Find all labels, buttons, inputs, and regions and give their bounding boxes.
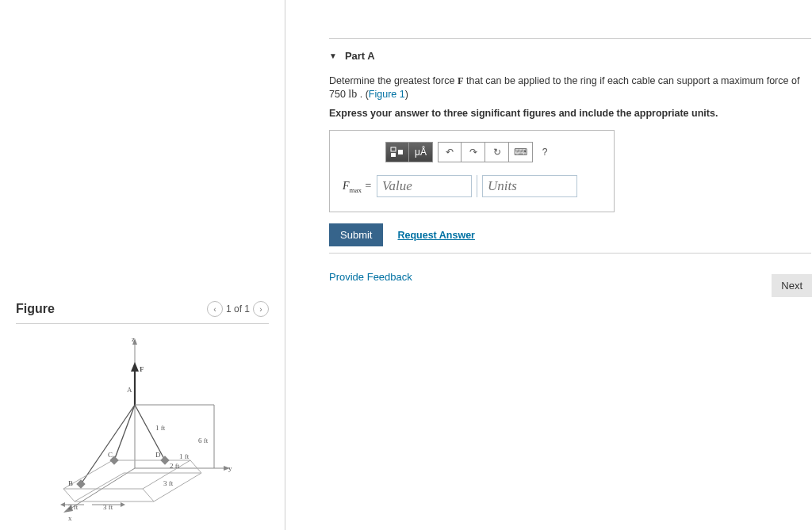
- svg-line-16: [190, 460, 201, 473]
- svg-rect-26: [398, 150, 403, 154]
- input-row: Fmax =: [343, 175, 601, 197]
- value-input[interactable]: [377, 175, 472, 197]
- svg-rect-25: [391, 153, 396, 157]
- figure-header: Figure ‹ 1 of 1 ›: [16, 298, 269, 324]
- dim-1ft-b: 1 ft: [179, 452, 190, 460]
- svg-rect-24: [391, 147, 396, 151]
- footer-row: Provide Feedback: [329, 271, 812, 283]
- svg-rect-19: [160, 456, 169, 464]
- label-D: D: [155, 451, 161, 459]
- part-a-header[interactable]: ▼ Part A: [329, 50, 811, 62]
- figure-prev-button[interactable]: ‹: [207, 301, 223, 317]
- figure-title: Figure: [16, 302, 55, 316]
- help-button[interactable]: ?: [533, 142, 557, 162]
- submit-button[interactable]: Submit: [329, 223, 383, 246]
- part-a-title: Part A: [345, 50, 375, 62]
- figure-image: z F A y x: [16, 324, 269, 524]
- figure-panel: Figure ‹ 1 of 1 › z F A y x: [0, 0, 285, 530]
- templates-button[interactable]: [385, 142, 409, 162]
- answer-toolbar: μÅ ↶ ↷ ↻ ⌨ ?: [385, 142, 601, 162]
- instruction-text: Express your answer to three significant…: [329, 108, 811, 119]
- svg-marker-3: [131, 362, 139, 372]
- input-separator: [477, 175, 477, 197]
- question-text: Determine the greatest force F that can …: [329, 74, 811, 101]
- units-input[interactable]: [482, 175, 577, 197]
- svg-line-15: [143, 489, 154, 501]
- label-A: A: [127, 386, 132, 394]
- svg-marker-23: [121, 502, 125, 507]
- figure-nav: ‹ 1 of 1 ›: [207, 301, 269, 317]
- svg-marker-22: [60, 502, 65, 507]
- figure-diagram: z F A y x: [32, 334, 254, 524]
- next-button[interactable]: Next: [772, 274, 812, 297]
- label-F: F: [140, 365, 144, 373]
- figure-nav-text: 1 of 1: [226, 303, 250, 315]
- label-x: x: [68, 514, 72, 522]
- special-chars-button[interactable]: μÅ: [409, 142, 433, 162]
- templates-icon: [390, 147, 404, 158]
- submit-row: Submit Request Answer: [329, 223, 811, 246]
- dim-1ft-top: 1 ft: [155, 424, 166, 432]
- variable-label: Fmax =: [343, 180, 372, 194]
- dim-6ft: 6 ft: [198, 437, 209, 444]
- caret-down-icon: ▼: [329, 51, 337, 60]
- svg-line-12: [114, 405, 135, 460]
- redo-button[interactable]: ↷: [462, 142, 485, 162]
- dim-3ft: 3 ft: [163, 479, 174, 487]
- part-a-block: ▼ Part A Determine the greatest force F …: [329, 38, 811, 254]
- provide-feedback-link[interactable]: Provide Feedback: [329, 271, 412, 283]
- label-B: B: [68, 479, 73, 487]
- undo-button[interactable]: ↶: [438, 142, 462, 162]
- svg-line-14: [63, 489, 75, 501]
- figure-next-button[interactable]: ›: [253, 301, 269, 317]
- figure-link[interactable]: Figure 1: [369, 89, 405, 100]
- request-answer-link[interactable]: Request Answer: [397, 230, 474, 241]
- label-z: z: [132, 335, 135, 343]
- answer-box: μÅ ↶ ↷ ↻ ⌨ ? Fmax =: [329, 130, 615, 212]
- content-panel: ▼ Part A Determine the greatest force F …: [286, 0, 812, 530]
- reset-button[interactable]: ↻: [485, 142, 509, 162]
- svg-line-11: [81, 405, 135, 484]
- keyboard-button[interactable]: ⌨: [509, 142, 533, 162]
- dim-2ft: 2 ft: [170, 462, 180, 470]
- label-C: C: [108, 451, 113, 459]
